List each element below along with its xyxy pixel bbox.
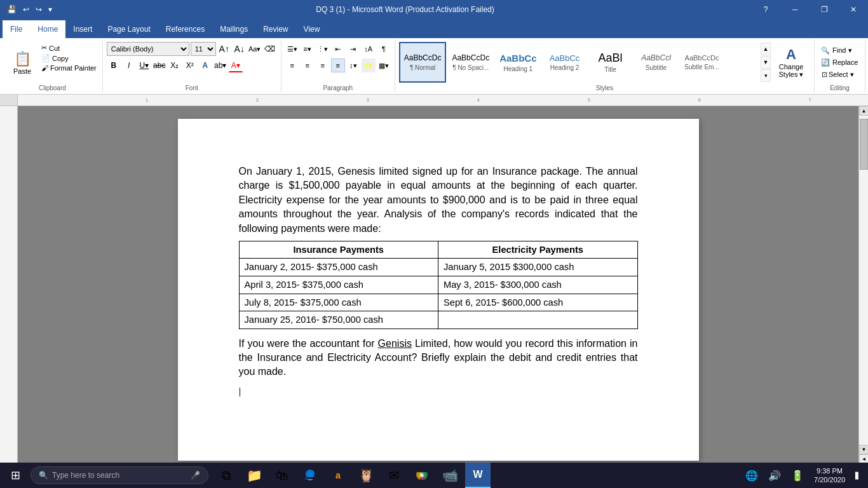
line-spacing-button[interactable]: ↕▾ — [346, 58, 360, 72]
bullets-button[interactable]: ☰▾ — [285, 42, 299, 56]
word-button[interactable]: W — [465, 463, 491, 488]
store-button[interactable]: 🛍 — [269, 463, 295, 488]
document-area[interactable]: On January 1, 2015, Genesis limited sign… — [18, 106, 858, 473]
show-marks-button[interactable]: ¶ — [377, 42, 391, 56]
body-paragraph-2[interactable]: If you were the accountant for Genisis L… — [239, 337, 638, 379]
paste-button[interactable]: 📋 Paste — [6, 42, 38, 84]
bold-button[interactable]: B — [107, 58, 121, 72]
amazon-button[interactable]: a — [325, 463, 351, 488]
style-subtle-label: Subtle Em... — [684, 64, 719, 71]
superscript-button[interactable]: X² — [183, 58, 197, 72]
taskbar-search[interactable]: 🔍 Type here to search 🎤 — [31, 466, 208, 484]
styles-more[interactable]: ▾ — [761, 69, 771, 82]
document[interactable]: On January 1, 2015, Genesis limited sign… — [178, 119, 699, 461]
insurance-row3: July 8, 2015- $375,000 cash — [239, 294, 438, 311]
mail-button[interactable]: ✉ — [381, 463, 407, 488]
paragraph-group: ☰▾ ≡▾ ⋮▾ ⇤ ⇥ ↕A ¶ ≡ ≡ ≡ ≡ ↕▾ A▾ ▦▾ — [281, 39, 395, 93]
volume-icon[interactable]: 🔊 — [766, 470, 783, 482]
align-center-button[interactable]: ≡ — [301, 58, 315, 72]
clear-formatting-button[interactable]: ⌫ — [263, 42, 277, 56]
tab-references[interactable]: References — [158, 20, 212, 38]
strikethrough-button[interactable]: abc — [153, 58, 166, 72]
multilevel-button[interactable]: ⋮▾ — [316, 42, 330, 56]
clipboard-small-buttons: ✂ Cut 📄 Copy 🖌 Format Painter — [39, 42, 98, 84]
help-btn[interactable]: ? — [751, 0, 780, 19]
scroll-thumb[interactable] — [860, 119, 868, 170]
taskview-button[interactable]: ⧉ — [214, 463, 239, 488]
select-button[interactable]: ⊡ Select ▾ — [818, 69, 857, 80]
zoom-button[interactable]: 📹 — [437, 463, 463, 488]
cut-button[interactable]: ✂ Cut — [39, 43, 98, 53]
underline-button[interactable]: U▾ — [137, 58, 151, 72]
styles-scroll-up[interactable]: ▲ — [761, 43, 771, 55]
undo-icon[interactable]: ↩ — [21, 5, 31, 14]
close-btn[interactable]: ✕ — [839, 0, 868, 19]
sort-button[interactable]: ↕A — [362, 42, 376, 56]
font-name-select[interactable]: Calibri (Body) — [107, 42, 189, 56]
style-subtitle[interactable]: AaBbCcl Subtitle — [634, 42, 678, 83]
increase-indent-button[interactable]: ⇥ — [346, 42, 360, 56]
tab-page-layout[interactable]: Page Layout — [100, 20, 158, 38]
tab-home[interactable]: Home — [30, 20, 65, 38]
font-size-select[interactable]: 11 — [191, 42, 216, 56]
mic-icon[interactable]: 🎤 — [191, 471, 200, 480]
style-heading1[interactable]: AaBbCc Heading 1 — [495, 42, 541, 83]
subscript-button[interactable]: X₂ — [168, 58, 182, 72]
grow-font-button[interactable]: A↑ — [217, 42, 231, 56]
tab-file[interactable]: File — [3, 20, 30, 38]
save-icon[interactable]: 💾 — [5, 5, 18, 14]
scroll-down-button[interactable]: ▼ — [859, 445, 868, 454]
tab-insert[interactable]: Insert — [65, 20, 100, 38]
tab-review[interactable]: Review — [255, 20, 295, 38]
scroll-up-button[interactable]: ▲ — [859, 106, 868, 116]
style-subtle-em[interactable]: AaBbCcDc Subtle Em... — [679, 42, 724, 83]
edge-button[interactable] — [297, 463, 323, 488]
tripadvisor-button[interactable]: 🦉 — [353, 463, 379, 488]
styles-scroll-down[interactable]: ▼ — [761, 56, 771, 69]
style-no-spacing[interactable]: AaBbCcDc ¶ No Spaci... — [447, 42, 494, 83]
network-icon[interactable]: 🌐 — [743, 470, 761, 482]
scroll-track[interactable] — [859, 116, 868, 445]
taskbar: ⊞ 🔍 Type here to search 🎤 ⧉ 📁 🛍 a 🦉 ✉ 📹 … — [0, 463, 868, 488]
styles-group: AaBbCcDc ¶ Normal AaBbCcDc ¶ No Spaci...… — [395, 39, 815, 93]
tab-mailings[interactable]: Mailings — [212, 20, 255, 38]
change-case-button[interactable]: Aa▾ — [248, 42, 262, 56]
font-color-button[interactable]: A▾ — [229, 58, 243, 72]
show-desktop-button[interactable]: ▋ — [853, 472, 863, 479]
borders-button[interactable]: ▦▾ — [377, 58, 391, 72]
style-normal[interactable]: AaBbCcDc ¶ Normal — [399, 42, 447, 83]
table-row: July 8, 2015- $375,000 cash Sept 6, 2015… — [239, 294, 637, 311]
format-painter-button[interactable]: 🖌 Format Painter — [39, 64, 98, 72]
shrink-font-button[interactable]: A↓ — [233, 42, 247, 56]
minimize-btn[interactable]: ─ — [780, 0, 810, 19]
restore-btn[interactable]: ❐ — [810, 0, 839, 19]
change-styles-button[interactable]: A ChangeStyles ▾ — [772, 44, 810, 81]
numbering-button[interactable]: ≡▾ — [301, 42, 315, 56]
customize-icon[interactable]: ▾ — [46, 5, 54, 14]
decrease-indent-button[interactable]: ⇤ — [331, 42, 345, 56]
justify-button[interactable]: ≡ — [331, 58, 345, 72]
style-heading2[interactable]: AaBbCc Heading 2 — [542, 42, 587, 83]
table-header-row: Insurance Payments Electricity Payments — [239, 241, 637, 259]
fileexplorer-button[interactable]: 📁 — [241, 463, 267, 488]
tab-view[interactable]: View — [296, 20, 328, 38]
redo-icon[interactable]: ↪ — [34, 5, 44, 14]
text-effects-button[interactable]: A — [198, 58, 212, 72]
battery-icon[interactable]: 🔋 — [789, 470, 806, 482]
align-left-button[interactable]: ≡ — [285, 58, 299, 72]
style-title[interactable]: AaBl Title — [588, 42, 632, 83]
text-highlight-button[interactable]: ab▾ — [214, 58, 227, 72]
body-paragraph-1[interactable]: On January 1, 2015, Genesis limited sign… — [239, 165, 638, 236]
chrome-button[interactable] — [409, 463, 435, 488]
start-button[interactable]: ⊞ — [0, 463, 31, 488]
clock[interactable]: 9:38 PM 7/20/2020 — [811, 466, 848, 485]
table-header-electricity: Electricity Payments — [438, 241, 638, 259]
replace-button[interactable]: 🔄 Replace — [818, 57, 860, 68]
shading-button[interactable]: A▾ — [362, 58, 376, 72]
copy-button[interactable]: 📄 Copy — [39, 53, 98, 63]
cursor-paragraph[interactable] — [239, 384, 638, 398]
align-right-button[interactable]: ≡ — [316, 58, 330, 72]
main-area: On January 1, 2015, Genesis limited sign… — [0, 106, 868, 473]
italic-button[interactable]: I — [122, 58, 136, 72]
find-button[interactable]: 🔍 Find ▾ — [818, 45, 855, 56]
